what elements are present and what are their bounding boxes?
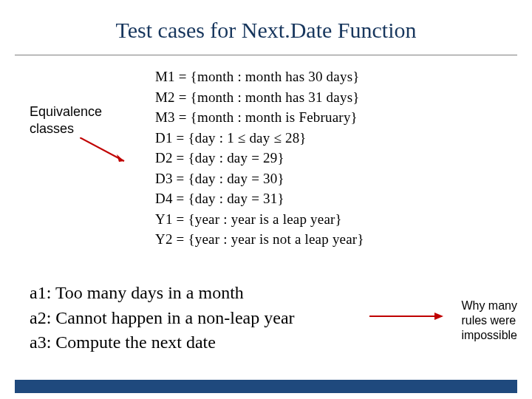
why-line3: impossible — [461, 329, 517, 341]
equiv-label-line1: Equivalence — [30, 104, 102, 119]
action-a3: a3: Compute the next date — [30, 330, 295, 355]
equivalence-classes-label: Equivalence classes — [30, 103, 102, 137]
action-a1: a1: Too many days in a month — [30, 281, 295, 306]
actions-list: a1: Too many days in a month a2: Cannot … — [30, 281, 295, 355]
why-impossible-label: Why many rules were impossible — [461, 299, 517, 343]
equivalence-classes-list: M1 = {month : month has 30 days} M2 = {m… — [155, 66, 466, 250]
class-y2: Y2 = {year : year is not a leap year} — [155, 229, 466, 250]
svg-line-0 — [80, 137, 124, 161]
action-a2: a2: Cannot happen in a non-leap year — [30, 306, 295, 331]
class-m2: M2 = {month : month has 31 days} — [155, 87, 466, 108]
class-d3: D3 = {day : day = 30} — [155, 168, 466, 189]
why-line1: Why many — [461, 299, 517, 312]
svg-marker-3 — [434, 313, 443, 320]
class-m3: M3 = {month : month is February} — [155, 107, 466, 128]
class-d1: D1 = {day : 1 ≤ day ≤ 28} — [155, 128, 466, 149]
class-m1: M1 = {month : month has 30 days} — [155, 66, 466, 87]
why-line2: rules were — [461, 314, 516, 327]
class-y1: Y1 = {year : year is a leap year} — [155, 209, 466, 230]
arrow-equivalence-icon — [80, 137, 132, 167]
slide: Test cases for Next.Date Function Equiva… — [0, 0, 532, 399]
footer-bar — [15, 380, 517, 393]
class-d2: D2 = {day : day = 29} — [155, 148, 466, 168]
class-d4: D4 = {day : day = 31} — [155, 188, 466, 209]
equiv-label-line2: classes — [30, 121, 74, 136]
title-underline — [15, 55, 517, 55]
arrow-why-icon — [369, 309, 443, 324]
svg-marker-1 — [117, 154, 124, 162]
slide-title: Test cases for Next.Date Function — [0, 18, 532, 43]
